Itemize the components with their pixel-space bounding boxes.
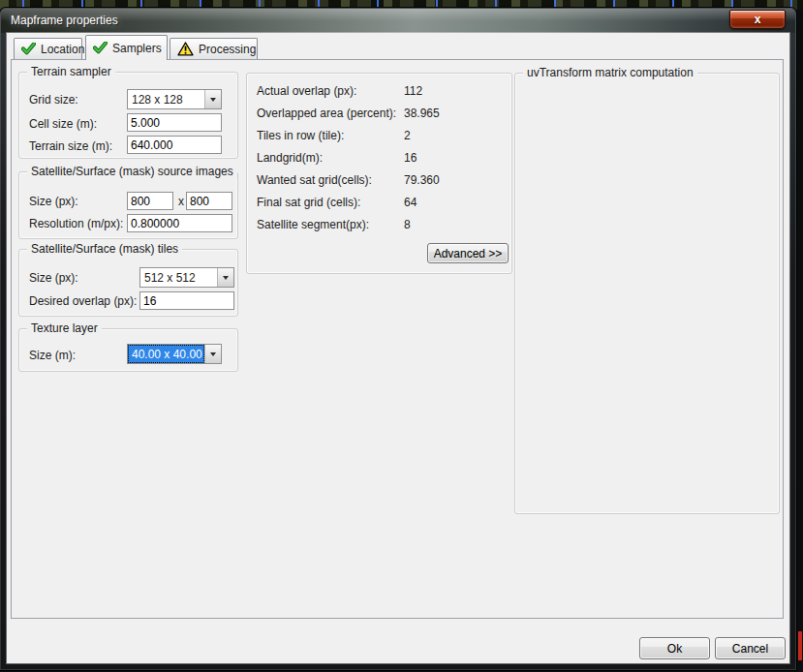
- times-separator: x: [178, 195, 184, 208]
- uvtransform-group: uvTransform matrix computation: [514, 73, 780, 514]
- tab-samplers[interactable]: Samplers: [85, 35, 168, 60]
- stat-value: 8: [404, 218, 411, 231]
- title-bar[interactable]: Mapframe properties x: [1, 9, 795, 33]
- combo-dropdown-button[interactable]: [204, 345, 221, 363]
- stat-value: 16: [404, 151, 417, 165]
- samplers-tab-page: Terrain sampler Grid size: 128 x 128 Cel…: [11, 59, 784, 619]
- desktop-background-right: [795, 10, 803, 672]
- group-caption: Terrain sampler: [27, 65, 115, 78]
- tab-label: Processing: [199, 43, 256, 56]
- stat-row: Overlapped area (percent):38.965: [257, 107, 505, 120]
- group-caption: Satellite/Surface (mask) source images: [27, 165, 237, 178]
- close-button[interactable]: x: [729, 10, 786, 29]
- dialog-client-area: Location Samplers Processing Terrain sam…: [7, 33, 789, 663]
- group-caption: uvTransform matrix computation: [523, 66, 697, 79]
- stat-label: Tiles in row (tile):: [257, 129, 344, 142]
- chevron-down-icon: [210, 98, 216, 105]
- tab-label: Samplers: [112, 42, 162, 55]
- desired-overlap-label: Desired overlap (px):: [29, 294, 137, 308]
- stat-row: Wanted sat grid(cells):79.360: [257, 173, 505, 187]
- cell-size-input[interactable]: [127, 113, 222, 132]
- source-width-input[interactable]: [127, 192, 173, 210]
- stat-label: Landgrid(m):: [257, 151, 323, 165]
- tab-location[interactable]: Location: [14, 38, 82, 59]
- warning-icon: [177, 42, 194, 56]
- group-caption: Texture layer: [27, 321, 102, 335]
- texture-size-label: Size (m):: [29, 349, 76, 362]
- chevron-down-icon: [223, 276, 229, 283]
- tab-processing[interactable]: Processing: [170, 38, 258, 59]
- texture-size-value: 40.00 x 40.00: [128, 345, 204, 363]
- stat-value: 2: [404, 129, 411, 142]
- desired-overlap-input[interactable]: [139, 291, 234, 310]
- terrain-size-input[interactable]: [127, 136, 222, 154]
- grid-size-label: Grid size:: [29, 93, 78, 107]
- resolution-input[interactable]: [127, 214, 232, 232]
- cancel-button[interactable]: Cancel: [715, 637, 786, 659]
- combo-dropdown-button[interactable]: [217, 268, 233, 287]
- advanced-button[interactable]: Advanced >>: [427, 243, 509, 263]
- stat-label: Overlapped area (percent):: [257, 107, 396, 120]
- stat-value: 64: [404, 196, 417, 209]
- group-caption: Satellite/Surface (mask) tiles: [27, 242, 182, 256]
- stat-row: Final sat grid (cells):64: [257, 196, 505, 209]
- terrain-size-label: Terrain size (m):: [29, 139, 112, 153]
- stat-label: Actual overlap (px):: [257, 84, 356, 98]
- source-size-label: Size (px):: [29, 195, 78, 208]
- tiles-group: Satellite/Surface (mask) tiles Size (px)…: [18, 249, 238, 317]
- texture-size-combo[interactable]: 40.00 x 40.00: [127, 344, 222, 364]
- background-red-marker: [798, 631, 802, 660]
- combo-dropdown-button[interactable]: [204, 90, 221, 108]
- ok-button[interactable]: Ok: [639, 637, 710, 659]
- source-height-input[interactable]: [186, 192, 232, 210]
- chevron-down-icon: [210, 352, 216, 359]
- grid-size-combo[interactable]: 128 x 128: [127, 89, 222, 109]
- source-images-group: Satellite/Surface (mask) source images S…: [18, 171, 238, 239]
- stat-value: 79.360: [404, 173, 440, 187]
- grid-size-value: 128 x 128: [128, 90, 204, 108]
- stat-row: Landgrid(m):16: [257, 151, 505, 165]
- tiles-size-label: Size (px):: [29, 271, 78, 285]
- stat-label: Final sat grid (cells):: [257, 196, 360, 209]
- stat-row: Tiles in row (tile):2: [257, 129, 505, 142]
- stat-value: 112: [404, 84, 422, 98]
- stat-value: 38.965: [404, 107, 440, 120]
- stat-row: Actual overlap (px):112: [257, 84, 505, 98]
- cell-size-label: Cell size (m):: [29, 117, 97, 131]
- texture-layer-group: Texture layer Size (m): 40.00 x 40.00: [18, 328, 238, 372]
- stat-label: Satellite segment(px):: [257, 218, 369, 231]
- tiles-size-combo[interactable]: 512 x 512: [139, 267, 234, 288]
- stat-row: Satellite segment(px):8: [257, 218, 505, 231]
- sampler-stats-panel: Actual overlap (px):112 Overlapped area …: [246, 73, 512, 274]
- mapframe-properties-dialog: Mapframe properties x Location Samplers: [0, 8, 796, 670]
- close-icon: x: [755, 13, 761, 26]
- stat-label: Wanted sat grid(cells):: [257, 173, 372, 187]
- check-icon: [21, 43, 36, 55]
- tab-label: Location: [41, 43, 84, 56]
- resolution-label: Resolution (m/px):: [29, 217, 123, 230]
- check-icon: [93, 42, 108, 54]
- window-title: Mapframe properties: [11, 14, 118, 27]
- tiles-size-value: 512 x 512: [140, 268, 217, 287]
- terrain-sampler-group: Terrain sampler Grid size: 128 x 128 Cel…: [18, 72, 238, 159]
